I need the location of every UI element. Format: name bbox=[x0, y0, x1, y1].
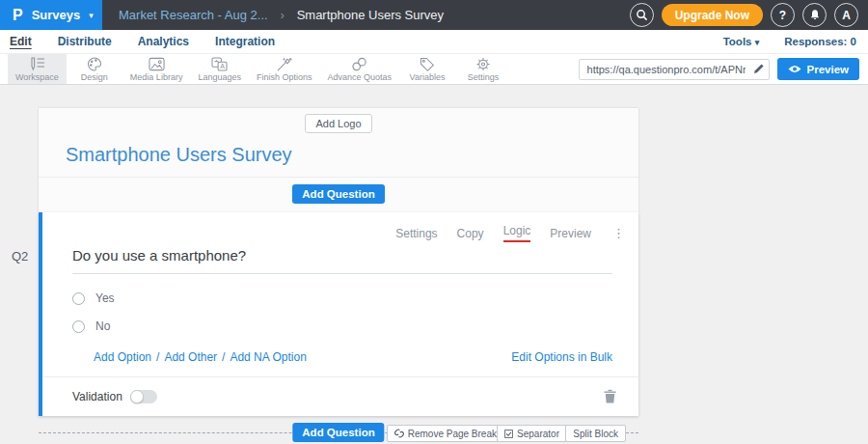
media-library-icon bbox=[149, 57, 165, 71]
link-separator: / bbox=[156, 350, 159, 364]
toolbar-item-design[interactable]: Design bbox=[67, 54, 122, 84]
section-nav: Edit Distribute Analytics Integration To… bbox=[0, 30, 868, 54]
breadcrumb-separator-icon: › bbox=[281, 9, 285, 22]
question-block: Settings Copy Logic Preview ⋮ Do you use… bbox=[39, 212, 638, 416]
toolbar-item-label: Settings bbox=[468, 72, 500, 82]
delete-question-button[interactable] bbox=[604, 389, 616, 403]
tab-analytics[interactable]: Analytics bbox=[138, 35, 189, 48]
trash-icon bbox=[604, 389, 616, 403]
preview-button[interactable]: Preview bbox=[777, 58, 859, 80]
finish-options-icon bbox=[276, 57, 292, 71]
survey-card: Add Logo Smartphone Users Survey Add Que… bbox=[39, 108, 638, 444]
edit-url-button[interactable] bbox=[753, 63, 765, 74]
kebab-menu-icon[interactable]: ⋮ bbox=[612, 227, 625, 239]
toolbar-item-variables[interactable]: Variables bbox=[399, 54, 455, 84]
tab-integration[interactable]: Integration bbox=[215, 35, 275, 48]
validation-row: Validation bbox=[42, 376, 638, 416]
breadcrumb-survey-name: Smartphone Users Survey bbox=[297, 8, 444, 22]
radio-button-icon[interactable] bbox=[72, 292, 85, 305]
topbar-actions: Upgrade Now ? A bbox=[630, 3, 868, 27]
page-break-row: Add Question Remove Page Break Separator… bbox=[39, 416, 638, 444]
questionpro-logo: P bbox=[13, 6, 23, 24]
top-bar: P Surveys ▾ Market Research - Aug 2... ›… bbox=[0, 0, 868, 30]
question-number: Q2 bbox=[12, 249, 28, 264]
section-nav-links: Edit Distribute Analytics Integration bbox=[10, 35, 275, 48]
option-label[interactable]: No bbox=[95, 319, 110, 333]
checked-checkbox-icon bbox=[504, 430, 513, 438]
add-na-option-link[interactable]: Add NA Option bbox=[230, 350, 306, 364]
upgrade-now-button[interactable]: Upgrade Now bbox=[662, 4, 763, 26]
unlink-icon bbox=[394, 429, 404, 438]
toolbar-item-workspace[interactable]: Workspace bbox=[8, 54, 67, 84]
toolbar-right: Preview bbox=[579, 54, 868, 84]
toolbar-item-label: Advance Quotas bbox=[327, 72, 392, 82]
option-row-no[interactable]: No bbox=[72, 319, 638, 333]
search-button[interactable] bbox=[630, 3, 654, 27]
surveys-product-menu[interactable]: P Surveys ▾ bbox=[0, 0, 102, 30]
add-logo-row: Add Logo bbox=[39, 108, 638, 133]
question-text[interactable]: Do you use a smartphone? bbox=[72, 247, 612, 274]
tools-menu[interactable]: Tools ▾ bbox=[723, 36, 760, 47]
toolbar-item-label: Languages bbox=[198, 72, 241, 82]
design-icon bbox=[87, 57, 102, 71]
survey-url-field bbox=[579, 59, 770, 80]
notifications-button[interactable] bbox=[802, 3, 827, 27]
bell-icon bbox=[809, 9, 821, 21]
toolbar-item-advance-quotas[interactable]: Advance Quotas bbox=[319, 54, 399, 84]
toolbar-item-label: Design bbox=[81, 72, 108, 82]
questionpro-app: P Surveys ▾ Market Research - Aug 2... ›… bbox=[0, 0, 868, 444]
option-row-yes[interactable]: Yes bbox=[72, 291, 638, 305]
chevron-down-icon: ▾ bbox=[89, 11, 94, 20]
eye-icon bbox=[788, 65, 801, 73]
tab-distribute[interactable]: Distribute bbox=[58, 35, 112, 48]
chevron-down-icon: ▾ bbox=[755, 38, 760, 47]
workspace-icon bbox=[28, 57, 45, 71]
remove-page-break-button[interactable]: Remove Page Break bbox=[387, 425, 504, 442]
add-question-row: Add Question bbox=[39, 178, 638, 212]
product-name: Surveys bbox=[32, 8, 81, 22]
survey-editor-canvas: Q2 Add Logo Smartphone Users Survey Add … bbox=[0, 85, 868, 444]
question-tabs: Settings Copy Logic Preview ⋮ bbox=[42, 212, 638, 242]
question-tab-logic[interactable]: Logic bbox=[503, 224, 531, 242]
account-avatar[interactable]: A bbox=[834, 3, 858, 27]
variables-icon bbox=[420, 57, 435, 71]
edit-options-in-bulk-link[interactable]: Edit Options in Bulk bbox=[511, 350, 612, 364]
option-label[interactable]: Yes bbox=[95, 291, 115, 305]
add-question-button-top[interactable]: Add Question bbox=[292, 184, 384, 204]
toolbar-item-label: Media Library bbox=[130, 72, 183, 82]
question-tab-preview[interactable]: Preview bbox=[550, 227, 591, 240]
answer-options: Yes No bbox=[42, 274, 638, 333]
add-question-button-bottom[interactable]: Add Question bbox=[292, 423, 384, 442]
separator-toggle-button[interactable]: Separator bbox=[497, 425, 567, 442]
tab-edit[interactable]: Edit bbox=[10, 35, 32, 48]
survey-url-input[interactable] bbox=[579, 59, 770, 80]
split-block-button[interactable]: Split Block bbox=[565, 425, 626, 442]
add-other-link[interactable]: Add Other bbox=[164, 350, 217, 364]
option-actions-row: Add Option / Add Other / Add NA Option E… bbox=[42, 347, 638, 376]
breadcrumb-folder[interactable]: Market Research - Aug 2... bbox=[119, 8, 268, 22]
add-logo-button[interactable]: Add Logo bbox=[305, 114, 371, 133]
section-nav-right: Tools ▾ Responses: 0 bbox=[723, 36, 856, 47]
survey-title[interactable]: Smartphone Users Survey bbox=[39, 133, 638, 177]
toolbar-item-languages[interactable]: A Languages bbox=[190, 54, 249, 84]
search-icon bbox=[636, 9, 648, 21]
link-separator: / bbox=[222, 350, 225, 364]
avatar-initial: A bbox=[842, 9, 851, 22]
svg-text:A: A bbox=[220, 63, 225, 69]
question-tab-copy[interactable]: Copy bbox=[457, 227, 484, 240]
breadcrumb: Market Research - Aug 2... › Smartphone … bbox=[119, 8, 444, 22]
survey-toolbar: Workspace Design Media Library A Languag… bbox=[0, 54, 868, 85]
add-option-link[interactable]: Add Option bbox=[94, 350, 151, 364]
validation-label: Validation bbox=[72, 390, 122, 403]
help-button[interactable]: ? bbox=[771, 3, 795, 27]
question-tab-settings[interactable]: Settings bbox=[395, 227, 437, 240]
toolbar-item-settings[interactable]: Settings bbox=[455, 54, 511, 84]
toolbar-item-media-library[interactable]: Media Library bbox=[122, 54, 191, 84]
toolbar-item-finish-options[interactable]: Finish Options bbox=[249, 54, 320, 84]
radio-button-icon[interactable] bbox=[72, 320, 85, 333]
toolbar-item-label: Finish Options bbox=[257, 72, 312, 82]
validation-toggle[interactable] bbox=[130, 390, 157, 403]
toolbar-item-label: Workspace bbox=[15, 72, 59, 82]
responses-count[interactable]: Responses: 0 bbox=[784, 36, 856, 47]
pencil-icon bbox=[753, 63, 765, 74]
